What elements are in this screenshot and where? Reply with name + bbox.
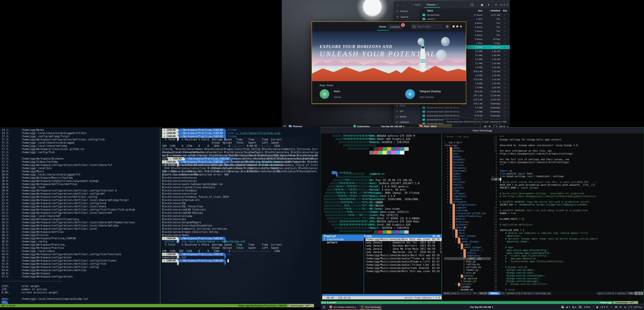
app-card[interactable]: ✈ Telegram Desktop John Preston	[405, 89, 449, 99]
star-icon[interactable]: ☆	[500, 66, 510, 69]
star-icon[interactable]: ☆	[500, 62, 510, 65]
file-row[interactable]: Screenshots 27 items 12:57 AM ☆	[420, 13, 510, 17]
star-icon[interactable]: ☆	[500, 98, 510, 101]
pane-divider-vertical[interactable]	[442, 133, 442, 301]
file-row[interactable]: random 1 item Thu ☆	[420, 17, 510, 21]
cmus-pane[interactable]: Playlist Track 35:49 * LadyZenaida defau…	[322, 235, 442, 301]
star-icon[interactable]: ☆	[500, 86, 510, 89]
star-icon[interactable]: ☆	[500, 82, 510, 85]
window-control-2[interactable]	[456, 25, 458, 28]
tab-installed[interactable]: Installed	[388, 24, 402, 30]
file-size: 463.0 kB	[467, 70, 482, 73]
window-control-3[interactable]	[460, 25, 462, 28]
wifi-icon	[615, 306, 618, 308]
vim-pane[interactable]: " Press ? for help.. (up a dir)/home/ygg…	[442, 134, 643, 301]
folder-icon: ▰	[396, 121, 398, 123]
star-icon[interactable]: ☆	[500, 90, 510, 93]
window-button-1[interactable]	[500, 4, 502, 6]
nerdtree[interactable]: " Press ? for help.. (up a dir)/home/ygg…	[444, 135, 491, 291]
column-modified[interactable]: Modified	[491, 10, 500, 12]
cmus-playlist-item[interactable]: * LadyZenaida	[322, 238, 364, 241]
file-row[interactable]: Screenshot from 2020-09-28 21-... 87.6 k…	[420, 114, 510, 118]
star-icon[interactable]: ☆	[500, 26, 510, 28]
search-button[interactable]	[469, 2, 475, 7]
window-button-2[interactable]	[503, 4, 505, 6]
star-icon[interactable]: ☆	[500, 22, 510, 24]
panel-clock[interactable]: Tue Sep 29 1:56 AM	[470, 304, 493, 310]
star-icon[interactable]: ☆	[500, 70, 510, 73]
file-row[interactable]: Screenshot from 2020-09-28 21-... 1.8 MB…	[420, 110, 510, 114]
shop-banner[interactable]: EXPLORE YOUR HORIZONS AND UNLEASH YOUR P…	[312, 31, 466, 81]
star-icon[interactable]: ☆	[500, 42, 510, 44]
panel-window-tmux[interactable]: ❯ tmux /home/ygg	[359, 304, 382, 310]
tmux-path-label: /home/ygg	[600, 301, 614, 304]
file-modified: Thu	[482, 34, 500, 36]
breadcrumb-home[interactable]: ⌂Home	[409, 2, 423, 7]
files-list-header[interactable]: Name Size ▴ Modified Star	[420, 8, 510, 13]
sidebar-item-label: Recent	[400, 10, 408, 12]
star-icon[interactable]: ☆	[500, 50, 510, 53]
tab-home[interactable]: Home	[377, 24, 388, 30]
star-icon[interactable]: ☆	[500, 106, 510, 109]
view-options-button[interactable]: ▾	[486, 2, 491, 7]
window-button-3[interactable]	[506, 4, 508, 6]
cmus-progress-bar[interactable]	[322, 294, 442, 296]
star-icon[interactable]: ☆	[500, 94, 510, 97]
star-icon[interactable]: ☆	[500, 38, 510, 40]
column-size[interactable]: Size	[467, 10, 482, 12]
star-icon[interactable]: ☆	[500, 58, 510, 61]
search-box[interactable]	[410, 24, 443, 29]
clipboard-icon: ▤ ▾	[572, 306, 576, 308]
pane-divider-horizontal[interactable]	[322, 234, 442, 234]
file-modified: 1:52 AM	[482, 46, 500, 48]
cmus-playlist-item[interactable]: default	[322, 241, 364, 244]
pane-divider[interactable]	[160, 127, 160, 304]
file-name: Screenshot from 2020-09-28 21-...	[427, 106, 461, 109]
star-icon[interactable]: ☆	[500, 54, 510, 57]
sidebar-item[interactable]: ▰ Software	[394, 119, 420, 125]
star-icon[interactable]: ☆	[500, 74, 510, 77]
breadcrumb-location[interactable]: Pictures▾	[424, 2, 440, 8]
forward-button[interactable]: ›	[402, 2, 407, 7]
star-icon[interactable]: ☆	[500, 102, 510, 105]
sidebar-item[interactable]: ▰ ash	[394, 108, 420, 114]
file-row[interactable]: Screenshot from 2020-09-28 21-... 4.7 MB…	[420, 106, 510, 110]
column-name[interactable]: Name	[420, 10, 467, 12]
star-icon[interactable]: ☆	[500, 34, 510, 36]
app-card[interactable]: ⚛ Atom Github	[320, 89, 363, 99]
cmus-playlists[interactable]: * LadyZenaida default	[322, 238, 364, 244]
neofetch-pane[interactable]: //////.767676767676767676767,////// ////…	[322, 134, 441, 234]
star-icon[interactable]: ☆	[500, 114, 510, 117]
menu-button[interactable]: ≡	[493, 2, 499, 7]
app-grid-icon[interactable]	[323, 306, 325, 308]
tab-installed-label: Installed	[390, 26, 400, 28]
file-modified: 1:16 AM	[482, 74, 500, 77]
star-icon[interactable]: ☆	[500, 18, 510, 20]
sidebar-item[interactable]: ◷ Recent	[394, 8, 420, 14]
palette-swatch	[374, 147, 378, 151]
star-icon[interactable]: ☆	[500, 110, 510, 113]
palette-swatch	[396, 151, 400, 154]
search-input[interactable]	[417, 25, 440, 28]
view-toggle-button[interactable]: ▦	[479, 2, 485, 7]
star-icon[interactable]: ☆	[500, 78, 510, 81]
column-star[interactable]: Star	[500, 10, 510, 12]
terminal-right[interactable]: tmux /home/ygg //////.767676767676767676…	[321, 127, 644, 304]
vim-buffer[interactable]: 15 """14 Django settings for django_mult…	[491, 135, 642, 291]
window-control-1[interactable]	[452, 25, 455, 28]
statusline-tree-position: 44:30	[478, 292, 488, 295]
star-icon[interactable]: ☆	[500, 46, 510, 49]
star-icon[interactable]: ☆	[500, 30, 510, 32]
terminal-right-headerbar[interactable]: tmux /home/ygg	[321, 127, 644, 133]
terminal-left[interactable]: 14.1: /home/ygg/Notes14.3: /home/ygg/.lo…	[0, 127, 320, 307]
fish-cadcad-pane[interactable]: ♟ CADCAD ~/Workspace/Practice◺/CADCAD fc…	[162, 128, 319, 262]
sidebar-item[interactable]: ★ Starred	[394, 14, 420, 20]
cmus-tracks[interactable]: /home/ygg/Music/zenaida/Born this way co…	[366, 238, 442, 273]
back-button[interactable]: ‹	[395, 2, 401, 7]
settings-button[interactable]: ⚙	[444, 24, 450, 29]
sidebar-item[interactable]: ▰ Books	[394, 114, 420, 119]
autojump-pane[interactable]: 14.1: /home/ygg/Notes14.3: /home/ygg/.lo…	[2, 128, 159, 304]
star-icon[interactable]: ☆	[500, 14, 510, 16]
panel-window-firefox[interactable]: (11) Shawn Anderson |...	[328, 304, 359, 310]
panel-tray[interactable]: ⏏ ▾ ▤ ▾ 1 4.38 ▸ ◔ ▣ 14.5 ℃ ☾ ψ 100 % ▴	[559, 304, 642, 310]
